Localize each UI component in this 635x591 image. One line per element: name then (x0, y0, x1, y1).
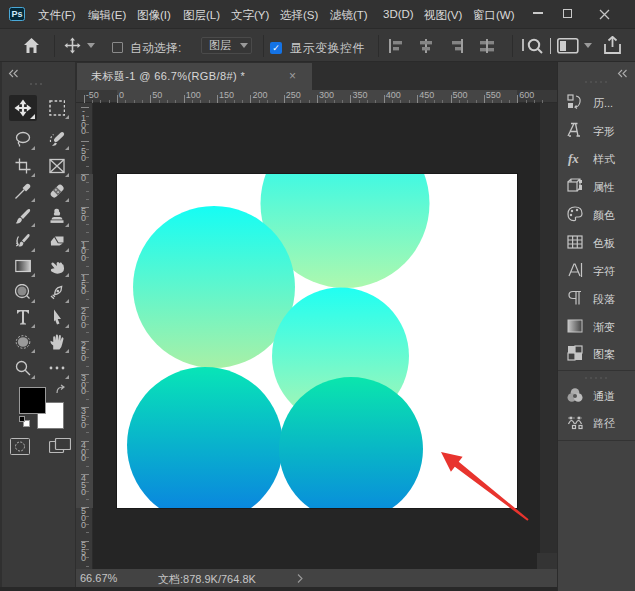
svg-text:fx: fx (568, 151, 579, 166)
